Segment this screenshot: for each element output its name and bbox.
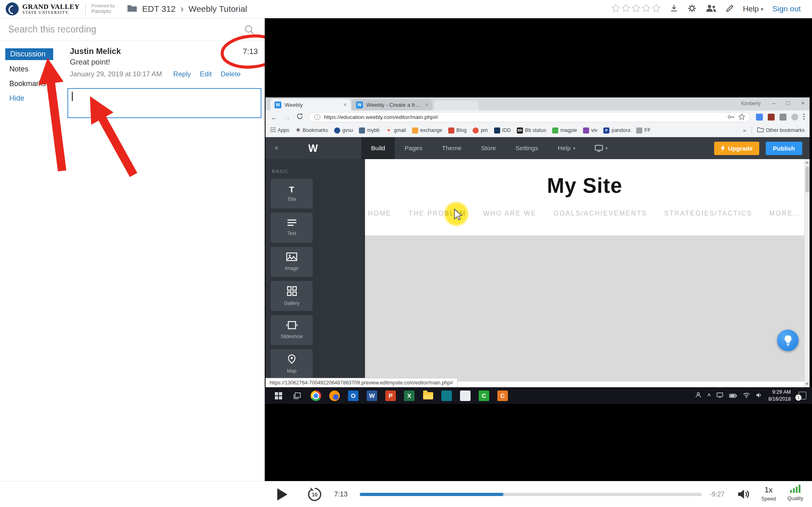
tab-close-icon: ×	[343, 101, 347, 108]
element-image: Image	[271, 247, 313, 277]
favicon	[473, 127, 479, 134]
quality-control[interactable]: Quality	[783, 485, 808, 501]
search-icon[interactable]	[244, 24, 255, 37]
sign-out-link[interactable]: Sign out	[772, 4, 801, 13]
panel-section-title: BASIC	[272, 169, 365, 174]
start-button-icon	[270, 387, 287, 404]
people-tray-icon	[695, 392, 701, 399]
folder-icon	[127, 4, 137, 14]
tab-close-icon: ×	[425, 101, 428, 108]
element-map: Map	[271, 349, 313, 379]
weebly-nav: Build Pages Theme Store Settings Help ▾ …	[361, 137, 618, 159]
taskbar-icon-file-explorer	[419, 387, 437, 404]
header-divider	[85, 3, 86, 15]
site-nav-goals: GOALS/ACHIEVEMENTS	[553, 210, 647, 217]
weebly-tab-store: Store	[471, 137, 506, 159]
chevron-right-icon: ›	[181, 4, 184, 15]
extension-icon	[756, 114, 763, 121]
weebly-tab-build: Build	[361, 137, 395, 159]
rewind-10-button[interactable]: 10	[307, 486, 323, 504]
speed-label: Speed	[757, 496, 780, 502]
edit-link[interactable]: Edit	[200, 70, 212, 78]
image-icon	[286, 252, 297, 263]
scroll-up-arrow	[806, 161, 809, 164]
bookmark-item: Ppandora	[603, 127, 630, 134]
star-icon[interactable]	[632, 4, 640, 14]
publish-button: Publish	[766, 142, 802, 155]
close-editor-icon: ×	[266, 144, 287, 153]
video-stage[interactable]: W Weebly × W Weebly - Create a free w × …	[265, 18, 812, 481]
delete-link[interactable]: Delete	[221, 70, 241, 78]
comment-timestamp-link[interactable]: 7:13	[243, 47, 258, 56]
star-icon[interactable]	[611, 4, 620, 14]
bookmark-item: magpie	[552, 127, 577, 134]
hide-panel-link[interactable]: Hide	[0, 93, 53, 104]
favicon: Bb	[517, 127, 523, 134]
search-input[interactable]	[0, 18, 265, 41]
help-menu[interactable]: Help ▾	[743, 4, 764, 13]
chrome-toolbar: ← → i https://education.weebly.com/edito…	[266, 110, 810, 124]
edit-pencil-icon[interactable]	[726, 4, 734, 14]
maximize-icon: □	[786, 99, 790, 106]
favicon	[448, 127, 454, 134]
windows-taskbar: O W P X C C ^ 9:29 AM 8/16/2018	[265, 387, 812, 404]
weebly-favicon: W	[274, 101, 281, 108]
comment-author: Justin Melick	[70, 47, 241, 56]
download-icon[interactable]	[669, 4, 678, 14]
powered-by: Powered by Panopto	[91, 3, 115, 15]
star-icon[interactable]	[652, 4, 661, 14]
quality-label: Quality	[783, 496, 808, 501]
search-row	[0, 18, 265, 41]
star-icon	[296, 127, 301, 134]
star-icon[interactable]	[642, 4, 650, 14]
site-nav: HOME THE PROBLEM WHO ARE WE GOALS/ACHIEV…	[365, 210, 804, 217]
favicon: M	[386, 127, 392, 134]
favicon	[359, 127, 365, 134]
slideshow-icon	[286, 321, 298, 331]
play-button[interactable]	[277, 488, 287, 501]
weebly-header: × W Build Pages Theme Store Settings Hel…	[266, 137, 810, 159]
star-icon[interactable]	[622, 4, 630, 14]
bookmarks-bar: Apps Bookmarks gvsu mybb Mgmail exchange…	[266, 124, 810, 137]
text-caret	[72, 92, 73, 101]
taskbar-icon-powerpoint: P	[382, 387, 400, 404]
task-view-icon	[288, 387, 306, 404]
progress-bar[interactable]	[360, 493, 702, 496]
current-time: 7:13	[334, 490, 348, 498]
bolt-icon	[721, 145, 725, 151]
rating-stars[interactable]	[611, 4, 661, 14]
volume-icon[interactable]	[737, 489, 750, 501]
gear-icon[interactable]	[687, 4, 697, 15]
gvsu-logo[interactable]: GRAND VALLEY STATE UNIVERSITY.	[6, 2, 80, 15]
progress-fill	[360, 493, 503, 496]
clock-time: 9:29 AM	[768, 389, 791, 395]
kebab-menu-icon	[803, 113, 805, 121]
site-nav-home: HOME	[368, 210, 391, 217]
signal-bars-icon	[790, 485, 801, 493]
caret-down-icon: ▾	[605, 146, 608, 151]
tab-notes[interactable]: Notes	[0, 64, 53, 75]
close-icon: ×	[801, 99, 805, 106]
map-pin-icon	[288, 354, 296, 365]
taskbar-icon-excel: X	[400, 387, 418, 404]
panopto-viewer: GRAND VALLEY STATE UNIVERSITY. Powered b…	[0, 0, 812, 507]
forward-icon: →	[283, 114, 291, 121]
reply-link[interactable]: Reply	[173, 70, 191, 78]
scrollbar	[804, 159, 810, 387]
bookmark-item: gvsu	[334, 127, 353, 134]
taskbar-clock: 9:29 AM 8/16/2018	[768, 389, 791, 402]
bookmark-star-icon	[739, 114, 745, 121]
tab-bookmarks[interactable]: Bookmarks	[0, 78, 53, 89]
bookmark-item: pm	[473, 127, 488, 134]
battery-icon	[729, 392, 737, 399]
people-icon[interactable]	[706, 4, 717, 14]
divider	[752, 127, 752, 134]
comment-input[interactable]	[67, 88, 261, 118]
wifi-icon	[743, 392, 750, 399]
svg-text:10: 10	[312, 492, 317, 498]
gallery-grid-icon	[287, 286, 297, 298]
speed-control[interactable]: 1x Speed	[757, 485, 780, 502]
breadcrumb-folder-link[interactable]: EDT 312	[142, 4, 176, 14]
favicon: P	[603, 127, 609, 134]
tab-discussion[interactable]: Discussion	[5, 48, 53, 60]
